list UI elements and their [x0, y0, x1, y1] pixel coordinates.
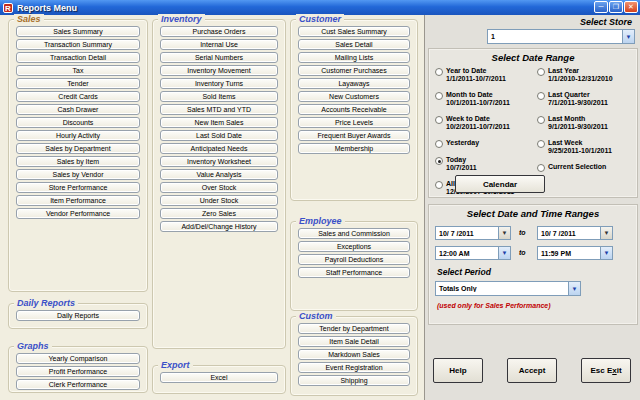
custom-section: Custom Tender by Department Item Sale De… — [290, 316, 418, 396]
time-to-select[interactable]: 11:59 PM ▼ — [537, 246, 613, 260]
report-value-analysis[interactable]: Value Analysis — [160, 169, 278, 180]
report-sold-items[interactable]: Sold Items — [160, 91, 278, 102]
report-shipping[interactable]: Shipping — [298, 375, 410, 386]
report-zero-sales[interactable]: Zero Sales — [160, 208, 278, 219]
radio-current-selection[interactable]: Current Selection — [537, 163, 637, 172]
report-layaways[interactable]: Layaways — [298, 78, 410, 89]
report-event-registration[interactable]: Event Registration — [298, 362, 410, 373]
report-item-sale-detail[interactable]: Item Sale Detail — [298, 336, 410, 347]
radio-month-to-date[interactable]: Month to Date 10/1/2011-10/7/2011 — [435, 91, 535, 107]
radio-label: Last Month — [548, 115, 585, 122]
report-staff-performance[interactable]: Staff Performance — [298, 267, 410, 278]
help-button[interactable]: Help — [433, 358, 483, 383]
export-section-label: Export — [158, 360, 193, 370]
radio-label: Yesterday — [446, 139, 479, 146]
report-mailing-lists[interactable]: Mailing Lists — [298, 52, 410, 63]
report-new-item-sales[interactable]: New Item Sales — [160, 117, 278, 128]
report-anticipated-needs[interactable]: Anticipated Needs — [160, 143, 278, 154]
report-sales-and-commission[interactable]: Sales and Commission — [298, 228, 410, 239]
chevron-down-icon[interactable]: ▼ — [600, 247, 612, 259]
radio-yesterday[interactable]: Yesterday — [435, 139, 535, 148]
report-purchase-orders[interactable]: Purchase Orders — [160, 26, 278, 37]
restore-button[interactable]: ❐ — [609, 1, 623, 13]
radio-today[interactable]: Today 10/7/2011 — [435, 156, 535, 172]
period-value: Totals Only — [436, 285, 568, 292]
report-tax[interactable]: Tax — [16, 65, 140, 76]
radio-icon — [435, 68, 443, 76]
report-inventory-turns[interactable]: Inventory Turns — [160, 78, 278, 89]
chevron-down-icon[interactable]: ▼ — [498, 247, 510, 259]
radio-last-week[interactable]: Last Week 9/25/2011-10/1/2011 — [537, 139, 637, 155]
radio-label: Today — [446, 156, 466, 163]
report-yearly-comparison[interactable]: Yearly Comparison — [16, 353, 140, 364]
radio-icon — [537, 116, 545, 124]
report-sales-by-vendor[interactable]: Sales by Vendor — [16, 169, 140, 180]
time-from-select[interactable]: 12:00 AM ▼ — [435, 246, 511, 260]
graphs-section-label: Graphs — [14, 341, 52, 351]
report-new-customers[interactable]: New Customers — [298, 91, 410, 102]
esc-exit-button[interactable]: Esc Exit — [581, 358, 631, 383]
report-excel[interactable]: Excel — [160, 372, 278, 383]
report-tender[interactable]: Tender — [16, 78, 140, 89]
customer-section: Customer Cust Sales Summary Sales Detail… — [290, 19, 418, 201]
date-to-picker[interactable]: 10/ 7 /2011 ▼ — [537, 226, 613, 240]
report-markdown-sales[interactable]: Markdown Sales — [298, 349, 410, 360]
report-sales-mtd-ytd[interactable]: Sales MTD and YTD — [160, 104, 278, 115]
radio-label: Last Quarter — [548, 91, 590, 98]
close-button[interactable]: ✕ — [624, 1, 638, 13]
report-hourly-activity[interactable]: Hourly Activity — [16, 130, 140, 141]
report-credit-cards[interactable]: Credit Cards — [16, 91, 140, 102]
report-price-levels[interactable]: Price Levels — [298, 117, 410, 128]
report-over-stock[interactable]: Over Stock — [160, 182, 278, 193]
time-to-value: 11:59 PM — [538, 250, 600, 257]
chevron-down-icon[interactable]: ▼ — [498, 227, 510, 239]
calendar-button[interactable]: Calendar — [455, 175, 545, 193]
report-transaction-summary[interactable]: Transaction Summary — [16, 39, 140, 50]
radio-icon — [435, 92, 443, 100]
report-sales-by-item[interactable]: Sales by Item — [16, 156, 140, 167]
chevron-down-icon[interactable]: ▼ — [600, 227, 612, 239]
custom-section-label: Custom — [296, 311, 336, 321]
report-discounts[interactable]: Discounts — [16, 117, 140, 128]
chevron-down-icon[interactable]: ▼ — [622, 30, 634, 43]
accept-button[interactable]: Accept — [507, 358, 557, 383]
radio-last-year[interactable]: Last Year 1/1/2010-12/31/2010 — [537, 67, 637, 83]
chevron-down-icon[interactable]: ▼ — [568, 282, 580, 295]
report-cust-sales-summary[interactable]: Cust Sales Summary — [298, 26, 410, 37]
report-transaction-detail[interactable]: Transaction Detail — [16, 52, 140, 63]
report-sales-by-department[interactable]: Sales by Department — [16, 143, 140, 154]
report-add-del-change-history[interactable]: Add/Del/Change History — [160, 221, 278, 232]
report-daily-reports[interactable]: Daily Reports — [16, 310, 140, 321]
report-tender-by-department[interactable]: Tender by Department — [298, 323, 410, 334]
report-serial-numbers[interactable]: Serial Numbers — [160, 52, 278, 63]
radio-last-month[interactable]: Last Month 9/1/2011-9/30/2011 — [537, 115, 637, 131]
report-last-sold-date[interactable]: Last Sold Date — [160, 130, 278, 141]
radio-year-to-date[interactable]: Year to Date 1/1/2011-10/7/2011 — [435, 67, 535, 83]
report-item-performance[interactable]: Item Performance — [16, 195, 140, 206]
report-sales-summary[interactable]: Sales Summary — [16, 26, 140, 37]
report-internal-use[interactable]: Internal Use — [160, 39, 278, 50]
minimize-button[interactable]: ─ — [594, 1, 608, 13]
sales-section-label: Sales — [14, 14, 44, 24]
report-under-stock[interactable]: Under Stock — [160, 195, 278, 206]
report-frequent-buyer-awards[interactable]: Frequent Buyer Awards — [298, 130, 410, 141]
report-cash-drawer[interactable]: Cash Drawer — [16, 104, 140, 115]
date-from-picker[interactable]: 10/ 7 /2011 ▼ — [435, 226, 511, 240]
report-vendor-performance[interactable]: Vendor Performance — [16, 208, 140, 219]
report-store-performance[interactable]: Store Performance — [16, 182, 140, 193]
store-select[interactable]: 1 ▼ — [487, 29, 635, 44]
report-customer-purchases[interactable]: Customer Purchases — [298, 65, 410, 76]
report-inventory-movement[interactable]: Inventory Movement — [160, 65, 278, 76]
period-select[interactable]: Totals Only ▼ — [435, 281, 581, 296]
report-inventory-worksheet[interactable]: Inventory Worksheet — [160, 156, 278, 167]
report-sales-detail[interactable]: Sales Detail — [298, 39, 410, 50]
radio-dates: 1/1/2010-12/31/2010 — [548, 75, 613, 83]
report-exceptions[interactable]: Exceptions — [298, 241, 410, 252]
report-clerk-performance[interactable]: Clerk Performance — [16, 379, 140, 390]
report-payroll-deductions[interactable]: Payroll Deductions — [298, 254, 410, 265]
report-membership[interactable]: Membership — [298, 143, 410, 154]
radio-last-quarter[interactable]: Last Quarter 7/1/2011-9/30/2011 — [537, 91, 637, 107]
report-accounts-receivable[interactable]: Accounts Receivable — [298, 104, 410, 115]
radio-week-to-date[interactable]: Week to Date 10/2/2011-10/7/2011 — [435, 115, 535, 131]
report-profit-performance[interactable]: Profit Performance — [16, 366, 140, 377]
